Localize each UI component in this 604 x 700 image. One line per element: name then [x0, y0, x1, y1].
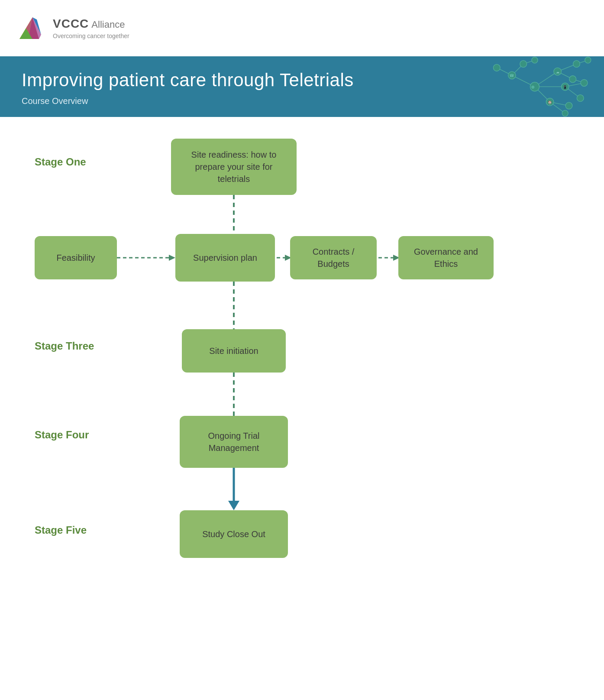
- network-decoration-icon: ⊕ ☁ 📱 🏠 ☎: [465, 56, 604, 117]
- governance-ethics-node[interactable]: Governance and Ethics: [398, 236, 494, 279]
- site-readiness-node[interactable]: Site readiness: how to prepare your site…: [171, 139, 297, 195]
- svg-text:📱: 📱: [563, 85, 567, 89]
- svg-point-33: [562, 110, 568, 117]
- logo-alliance-text: Alliance: [91, 19, 125, 30]
- svg-text:⊕: ⊕: [531, 85, 535, 89]
- flowchart: Stage One Site readiness: how to prepare…: [26, 139, 578, 615]
- svg-text:🏠: 🏠: [548, 100, 552, 104]
- logo-area: VCCC Alliance Overcoming cancer together: [17, 13, 587, 43]
- supervision-plan-node[interactable]: Supervision plan: [175, 234, 275, 282]
- stage-four-label: Stage Four: [35, 429, 89, 441]
- ongoing-trial-node[interactable]: Ongoing Trial Management: [180, 416, 288, 468]
- logo-text: VCCC Alliance Overcoming cancer together: [53, 17, 129, 39]
- svg-point-26: [569, 76, 576, 83]
- svg-point-34: [532, 57, 538, 63]
- study-close-out-node[interactable]: Study Close Out: [180, 510, 288, 558]
- contracts-budgets-node[interactable]: Contracts / Budgets: [290, 236, 377, 279]
- svg-text:☎: ☎: [510, 74, 514, 78]
- logo-vccc-text: VCCC: [53, 17, 89, 31]
- svg-point-27: [581, 80, 588, 87]
- stage-three-label: Stage Three: [35, 340, 94, 352]
- stage-five-label: Stage Five: [35, 524, 87, 536]
- svg-point-32: [585, 57, 591, 63]
- banner: Improving patient care through Teletrial…: [0, 56, 604, 117]
- connector-lines: [26, 139, 578, 615]
- svg-point-30: [520, 61, 527, 68]
- svg-point-31: [493, 64, 500, 71]
- svg-marker-42: [169, 255, 175, 261]
- svg-point-25: [573, 61, 580, 68]
- svg-marker-50: [228, 501, 239, 510]
- main-content: Stage One Site readiness: how to prepare…: [0, 117, 604, 637]
- stage-one-label: Stage One: [35, 156, 86, 168]
- site-initiation-node[interactable]: Site initiation: [182, 329, 286, 373]
- svg-point-29: [565, 102, 572, 109]
- feasibility-node[interactable]: Feasibility: [35, 236, 117, 279]
- header-section: VCCC Alliance Overcoming cancer together: [0, 0, 604, 43]
- vccc-logo-icon: [17, 13, 48, 43]
- svg-text:☁: ☁: [556, 70, 559, 74]
- logo-tagline-text: Overcoming cancer together: [53, 32, 129, 39]
- svg-point-28: [577, 95, 584, 102]
